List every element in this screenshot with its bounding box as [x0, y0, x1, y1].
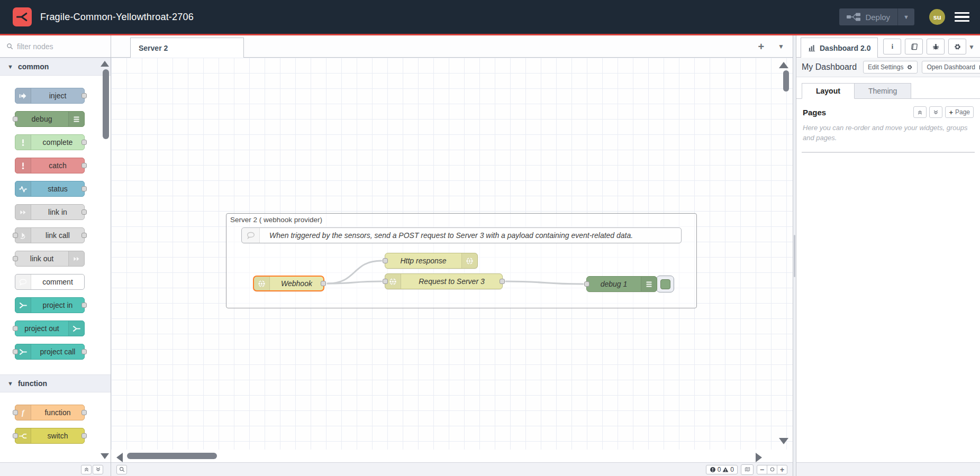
palette-node-complete[interactable]: complete [15, 134, 85, 150]
canvas-scroll-down-arrow[interactable] [779, 438, 788, 444]
comment-node[interactable]: When triggered by the sensors, send a PO… [241, 227, 682, 243]
sidebar-tab-dashboard[interactable]: Dashboard 2.0 [801, 38, 878, 58]
palette-list: ▼commoninjectdebugcompletecatchstatuslin… [0, 58, 111, 462]
input-port[interactable] [584, 281, 589, 287]
debug-enable-toggle[interactable] [656, 276, 674, 292]
open-dashboard-label: Open Dashboard [927, 63, 975, 71]
flow-node-debug1[interactable]: debug 1 [586, 276, 657, 292]
node-label: debug [15, 112, 68, 126]
canvas-scroll-up-arrow[interactable] [779, 62, 788, 68]
sidebar-tab-label: Dashboard 2.0 [820, 44, 870, 52]
output-port[interactable] [500, 279, 505, 284]
palette-scroll-up-arrow[interactable] [101, 61, 109, 67]
debug-tab-button[interactable] [927, 39, 945, 54]
palette-node-switch[interactable]: switch [15, 428, 85, 444]
palette-scroll-down-arrow[interactable] [101, 453, 109, 459]
flow-node-request[interactable]: Request to Server 3 [385, 273, 503, 289]
dashboard-subtabs: Layout Theming [796, 77, 980, 99]
node-label: comment [31, 274, 84, 289]
config-nodes-tab-button[interactable] [948, 39, 966, 54]
deploy-button[interactable]: Deploy ▼ [839, 8, 914, 25]
zoom-out-button[interactable]: − [757, 465, 767, 474]
flow-node-webhook[interactable]: Webhook [253, 276, 324, 291]
status-icon [15, 181, 31, 196]
tab-theming[interactable]: Theming [855, 83, 911, 99]
splitter-handle[interactable] [794, 235, 795, 277]
debug-icon [641, 277, 657, 291]
output-port[interactable] [321, 281, 326, 286]
sidebar-splitter[interactable] [793, 35, 796, 476]
globe-icon [461, 253, 477, 268]
sidebar-tabs-caret[interactable]: ▼ [968, 43, 975, 51]
palette-expand-all-button[interactable] [93, 465, 103, 474]
move-page-down-button[interactable] [929, 106, 942, 118]
palette-category-label: common [18, 62, 49, 71]
node-label: Webhook [270, 277, 323, 290]
zoom-in-button[interactable]: + [777, 465, 787, 474]
error-count: 0 [718, 466, 721, 473]
comment-icon [242, 228, 260, 243]
palette-category-common[interactable]: ▼common [0, 58, 111, 76]
palette-node-project-out[interactable]: project out [15, 321, 85, 336]
input-port [13, 233, 18, 238]
palette-node-catch[interactable]: catch [15, 158, 85, 173]
palette-node-link-in[interactable]: link in [15, 204, 85, 220]
deploy-label: Deploy [865, 13, 890, 22]
node-label: status [31, 181, 84, 196]
palette-filter[interactable]: filter nodes [0, 35, 111, 58]
flow-canvas[interactable]: Server 2 ( webhook provider)When trigger… [111, 58, 793, 462]
flow-list-caret[interactable]: ▼ [778, 43, 784, 50]
canvas-scroll-right-arrow[interactable] [756, 453, 762, 462]
pages-section-header: Pages +Page [796, 99, 980, 119]
add-page-button[interactable]: +Page [945, 106, 974, 118]
palette-node-function[interactable]: ffunction [15, 405, 85, 420]
input-port[interactable] [383, 258, 388, 263]
palette-node-status[interactable]: status [15, 181, 85, 197]
palette-node-project-in[interactable]: project in [15, 297, 85, 313]
dashboard-header: My Dashboard Edit Settings Open Dashboar… [796, 58, 980, 77]
workspace-tab-server-2[interactable]: Server 2 [130, 38, 244, 58]
help-tab-button[interactable] [905, 39, 923, 54]
navigator-button[interactable] [741, 464, 754, 475]
node-label: switch [31, 428, 84, 443]
chevron-double-up-icon [917, 109, 923, 115]
canvas-footer: 0 0 − + [111, 462, 793, 476]
palette-node-link-call[interactable]: link call [15, 227, 85, 243]
move-page-up-button[interactable] [913, 106, 927, 118]
palette-footer [0, 462, 111, 476]
palette-category-function[interactable]: ▼function [0, 374, 111, 392]
palette-filter-placeholder: filter nodes [17, 42, 53, 51]
canvas-hscrollbar-thumb[interactable] [127, 453, 217, 459]
add-flow-button[interactable]: + [758, 41, 764, 52]
open-dashboard-button[interactable]: Open Dashboard [922, 61, 980, 74]
canvas-scroll-left-arrow[interactable] [116, 453, 123, 462]
palette-node-link-out[interactable]: link out [15, 251, 85, 267]
palette-node-project-call[interactable]: project call [15, 344, 85, 360]
app-logo-icon[interactable] [13, 7, 32, 26]
info-tab-button[interactable]: i [883, 39, 901, 54]
alert-icon [15, 135, 31, 150]
comment-text: When triggered by the sensors, send a PO… [260, 228, 681, 243]
main-menu-button[interactable] [955, 12, 969, 22]
palette-node-inject[interactable]: inject [15, 88, 85, 104]
notifications-badge[interactable]: 0 0 [706, 465, 738, 474]
zoom-reset-button[interactable] [767, 465, 777, 474]
palette-scrollbar-thumb[interactable] [103, 69, 109, 139]
deploy-main[interactable]: Deploy [839, 13, 897, 22]
input-port [13, 256, 18, 261]
zoom-controls: − + [757, 465, 787, 474]
search-flows-button[interactable] [116, 465, 127, 474]
palette-collapse-all-button[interactable] [81, 465, 92, 474]
flow-node-http-response[interactable]: Http response [385, 253, 478, 269]
input-port[interactable] [383, 279, 388, 284]
node-label: link in [31, 205, 84, 219]
tab-layout[interactable]: Layout [802, 83, 855, 99]
deploy-options-caret[interactable]: ▼ [898, 14, 914, 20]
tabbar-actions: + ▼ [758, 35, 784, 57]
user-avatar[interactable]: su [929, 9, 945, 25]
palette-node-debug[interactable]: debug [15, 111, 85, 127]
edit-settings-button[interactable]: Edit Settings [863, 61, 918, 74]
palette-node-comment[interactable]: comment [15, 274, 85, 290]
link-icon [68, 251, 84, 266]
canvas-vscrollbar-thumb[interactable] [783, 70, 789, 91]
